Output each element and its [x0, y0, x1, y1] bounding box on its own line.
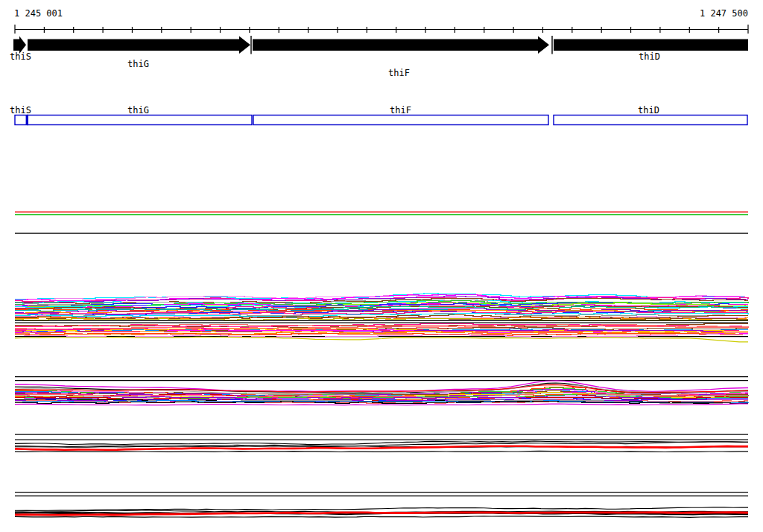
annotation-label-thiS: thiS — [10, 106, 31, 115]
gene-arrow-thiF[interactable] — [253, 37, 549, 54]
genome-browser-view: 1 245 001 1 247 500 thiSthiGthiFthiDthiS… — [0, 0, 763, 532]
gene-label-thiS: thiS — [10, 52, 31, 62]
annotation-box-thiG[interactable] — [28, 115, 252, 125]
annotation-box-thiF[interactable] — [253, 115, 548, 125]
gene-label-thiF: thiF — [388, 69, 410, 78]
wiggle-line — [15, 404, 748, 405]
annotation-label-thiD: thiD — [638, 106, 659, 115]
annotation-track — [15, 115, 747, 125]
annotation-box-thiD[interactable] — [554, 115, 747, 125]
similarity-track-upper — [15, 441, 748, 452]
gene-label-thiG: thiG — [127, 60, 149, 69]
gene-label-thiD: thiD — [639, 52, 660, 62]
coordinate-ruler — [15, 25, 748, 34]
annotation-box-thiS[interactable] — [15, 115, 28, 125]
similarity-track-lower — [15, 507, 748, 517]
wiggle-line — [15, 507, 748, 511]
gene-arrow-thiG[interactable] — [28, 37, 250, 54]
alignment-bundle-upper — [15, 294, 748, 320]
alignment-bundle-middle — [15, 381, 748, 405]
gene-arrow-thiD[interactable] — [554, 39, 748, 51]
annotation-label-thiG: thiG — [127, 106, 149, 115]
wiggle-line — [15, 441, 748, 445]
wiggle-line — [15, 337, 748, 342]
scene-canvas — [0, 0, 763, 532]
wiggle-line — [15, 451, 748, 452]
alignment-bundle-lower — [15, 324, 748, 342]
wiggle-line — [15, 516, 748, 518]
annotation-label-thiF: thiF — [390, 106, 411, 115]
